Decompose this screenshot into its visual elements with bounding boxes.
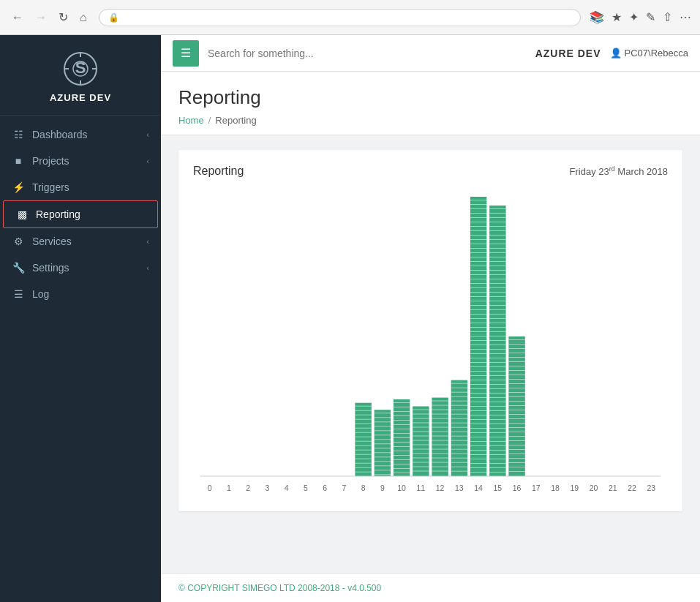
- svg-rect-92: [451, 380, 467, 476]
- username: PC07\Rebecca: [625, 48, 688, 59]
- svg-rect-32: [375, 443, 391, 444]
- svg-rect-151: [470, 358, 486, 358]
- svg-rect-220: [489, 388, 505, 389]
- svg-rect-28: [375, 426, 391, 426]
- pen-button[interactable]: ✎: [646, 10, 655, 24]
- svg-rect-63: [413, 427, 429, 428]
- svg-rect-107: [451, 445, 467, 445]
- menu-toggle-button[interactable]: ☰: [173, 40, 199, 67]
- svg-rect-165: [470, 419, 486, 420]
- svg-rect-130: [470, 266, 486, 266]
- svg-rect-81: [432, 427, 448, 428]
- svg-rect-34: [375, 452, 391, 453]
- share-button[interactable]: ⇧: [663, 10, 672, 24]
- more-button[interactable]: ⋯: [680, 10, 691, 24]
- sidebar-item-triggers[interactable]: ⚡ Triggers: [0, 174, 161, 200]
- svg-rect-250: [508, 379, 524, 380]
- sidebar-item-reporting[interactable]: ▩ Reporting: [3, 200, 158, 228]
- svg-rect-183: [489, 226, 505, 227]
- chevron-icon-projects: ‹: [146, 157, 149, 165]
- svg-rect-18: [355, 450, 371, 451]
- sidebar-item-settings[interactable]: 🔧 Settings ‹: [0, 255, 161, 281]
- svg-rect-164: [470, 415, 486, 415]
- svg-rect-20: [355, 459, 371, 459]
- svg-rect-11: [355, 419, 371, 420]
- collections-button[interactable]: ✦: [629, 10, 639, 24]
- sidebar-item-label-reporting: Reporting: [36, 208, 80, 220]
- svg-rect-179: [489, 208, 505, 209]
- svg-rect-205: [489, 323, 505, 323]
- svg-rect-42: [394, 407, 410, 407]
- home-button[interactable]: ⌂: [77, 8, 90, 27]
- svg-rect-209: [489, 340, 505, 341]
- projects-icon: ■: [12, 155, 25, 167]
- sidebar-item-projects[interactable]: ■ Projects ‹: [0, 148, 161, 174]
- svg-rect-24: [375, 410, 391, 476]
- svg-rect-222: [489, 397, 505, 398]
- svg-rect-235: [489, 454, 505, 455]
- favorites-button[interactable]: ★: [611, 10, 622, 24]
- search-input[interactable]: [208, 48, 527, 59]
- svg-rect-124: [470, 239, 486, 240]
- reload-button[interactable]: ↻: [56, 7, 71, 27]
- sidebar-item-services[interactable]: ⚙ Services ‹: [0, 228, 161, 255]
- svg-rect-140: [470, 309, 486, 310]
- back-button[interactable]: ←: [9, 8, 26, 27]
- svg-rect-244: [508, 353, 524, 353]
- svg-rect-93: [451, 383, 467, 384]
- svg-rect-47: [394, 429, 410, 429]
- svg-rect-121: [470, 226, 486, 227]
- svg-rect-136: [470, 292, 486, 293]
- svg-rect-35: [375, 456, 391, 457]
- sidebar-item-log[interactable]: ☰ Log: [0, 281, 161, 307]
- svg-rect-199: [489, 296, 505, 297]
- page-title: Reporting: [178, 86, 682, 109]
- svg-rect-170: [470, 441, 486, 442]
- site-name: AZURE DEV: [535, 48, 601, 59]
- svg-rect-10: [355, 415, 371, 415]
- breadcrumb-separator: /: [208, 115, 211, 126]
- browser-chrome: ← → ↻ ⌂ 🔒 📚 ★ ✦ ✎ ⇧ ⋯: [0, 0, 700, 35]
- svg-rect-126: [470, 248, 486, 249]
- reader-mode-button[interactable]: 📚: [590, 10, 604, 24]
- card-date: Friday 23rd March 2018: [570, 165, 668, 177]
- svg-rect-167: [470, 428, 486, 429]
- reporting-icon: ▩: [15, 208, 29, 220]
- svg-rect-94: [451, 388, 467, 388]
- svg-rect-233: [489, 445, 505, 446]
- sidebar-item-label-triggers: Triggers: [32, 181, 69, 193]
- svg-rect-134: [470, 283, 486, 284]
- svg-rect-13: [355, 428, 371, 429]
- sidebar-item-label-projects: Projects: [32, 155, 69, 167]
- svg-rect-97: [451, 401, 467, 402]
- svg-rect-46: [394, 424, 410, 425]
- svg-rect-251: [508, 383, 524, 384]
- svg-rect-256: [508, 405, 524, 406]
- svg-text:23: 23: [647, 484, 655, 492]
- breadcrumb-home[interactable]: Home: [178, 115, 204, 126]
- services-icon: ⚙: [12, 236, 25, 247]
- svg-rect-189: [489, 252, 505, 253]
- svg-rect-177: [470, 472, 486, 473]
- svg-rect-185: [489, 235, 505, 236]
- logo-text: AZURE DEV: [50, 92, 111, 103]
- svg-rect-255: [508, 401, 524, 402]
- svg-rect-51: [394, 446, 410, 447]
- svg-rect-192: [489, 266, 505, 266]
- svg-rect-175: [470, 463, 486, 464]
- svg-rect-103: [451, 427, 467, 428]
- svg-rect-70: [413, 458, 429, 459]
- svg-rect-122: [470, 230, 486, 231]
- svg-rect-59: [413, 410, 429, 410]
- svg-rect-120: [470, 222, 486, 222]
- svg-rect-248: [508, 370, 524, 371]
- forward-button[interactable]: →: [32, 8, 50, 27]
- svg-rect-52: [394, 451, 410, 451]
- sidebar-item-dashboards[interactable]: ☷ Dashboards ‹: [0, 121, 161, 148]
- svg-rect-230: [489, 432, 505, 433]
- address-bar[interactable]: 🔒: [99, 9, 581, 26]
- svg-rect-108: [451, 449, 467, 450]
- logo-icon: S: [61, 50, 99, 88]
- app-wrapper: S AZURE DEV ☷ Dashboards ‹: [0, 35, 700, 602]
- svg-rect-211: [489, 349, 505, 350]
